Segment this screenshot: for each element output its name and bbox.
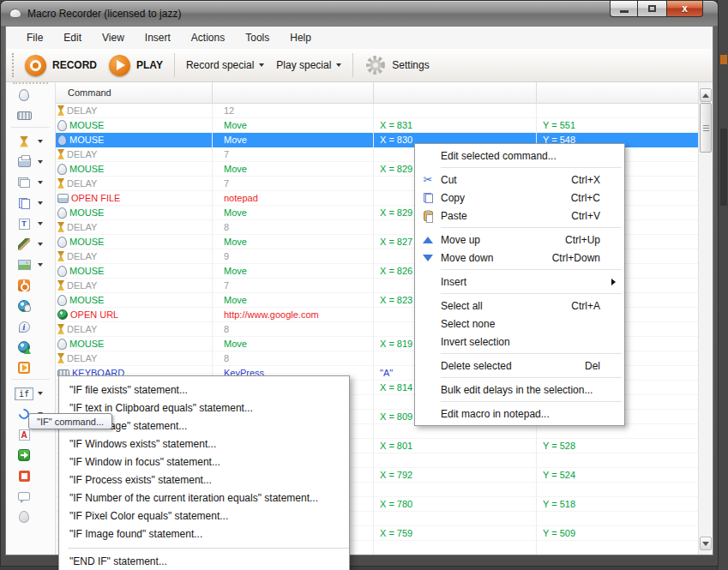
cell-command: DELAY [56,105,212,116]
cell-parameter: 9 [212,251,373,261]
sidebar-website-button[interactable] [6,337,55,357]
sidebar-shutdown-button[interactable] [6,275,55,296]
mouse-icon [57,339,67,350]
sidebar-pixel-color-button[interactable] [6,234,55,255]
context-menu-item-select-none[interactable]: Select none [415,315,624,333]
if-menu-item[interactable]: "IF Window in focus" statement... [59,453,349,471]
sidebar-copy-button[interactable] [6,193,55,213]
menu-tools[interactable]: Tools [235,28,280,47]
menu-item-shortcut: Ctrl+X [571,174,600,186]
titlebar[interactable]: Macro Recorder (licensed to jazz) x [0,0,719,26]
paste-icon [424,211,433,221]
cell-parameter: 8 [212,353,373,363]
minimize-button[interactable] [610,1,638,17]
menu-actions[interactable]: Actions [181,28,235,47]
window-controls: x [610,1,703,17]
context-menu-item-invert-selection[interactable]: Invert selection [415,333,624,351]
if-menu-item[interactable]: "IF Pixel Color equals" statement... [59,507,349,525]
menu-help[interactable]: Help [280,28,322,47]
menu-view[interactable]: View [92,28,135,47]
cell-parameter: 7 [212,178,373,189]
sidebar-window-button[interactable] [6,172,55,193]
menu-separator [441,269,622,270]
menu-insert[interactable]: Insert [135,28,181,47]
close-button[interactable]: x [666,1,703,17]
cell-command: DELAY [56,251,212,261]
scroll-up-button[interactable] [700,88,712,102]
settings-button[interactable]: Settings [358,51,435,79]
context-menu-item-cut[interactable]: ✂CutCtrl+X [415,171,624,189]
context-menu-item-edit-macro-in-notepad[interactable]: Edit macro in notepad... [415,405,624,423]
menu-file[interactable]: File [16,28,53,47]
if-menu-item[interactable]: "IF file exists" statement... [59,381,349,399]
mouse-icon [57,120,67,131]
sidebar-text-button[interactable] [6,213,55,234]
menu-edit[interactable]: Edit [53,28,92,47]
column-divider[interactable] [212,82,213,103]
record-special-button[interactable]: Record special [180,57,270,74]
goto-icon [18,449,30,461]
if-menu-item[interactable]: "IF Process exists" statement... [59,471,349,489]
menu-item-shortcut: Ctrl+A [571,300,600,312]
play-special-label: Play special [276,59,331,71]
sidebar-stop-button[interactable] [6,465,55,486]
play-special-button[interactable]: Play special [270,57,347,74]
scrollbar-thumb[interactable] [700,103,712,153]
context-menu-item-move-up[interactable]: Move upCtrl+Up [415,231,624,249]
toolbar-separator [174,53,175,77]
arrow-down-icon [702,542,709,546]
maximize-button[interactable] [638,1,666,17]
play-button[interactable]: PLAY [103,52,169,79]
delay-icon [20,136,28,147]
sidebar-run-program-button[interactable] [6,357,55,378]
if-menu-item[interactable]: "IF Image found" statement... [59,525,349,543]
sidebar-goto-button[interactable] [6,445,55,465]
context-menu-item-bulk-edit-delays-in-the-selection[interactable]: Bulk edit delays in the selection... [415,381,624,399]
cell-x-value: X = 792 [373,470,536,480]
sidebar-delay-button[interactable] [6,131,55,152]
keyboard-icon [17,111,32,120]
sidebar-smart-mouse-button[interactable] [6,507,55,527]
context-menu-item-delete-selected[interactable]: Delete selectedDel [415,357,624,375]
record-button[interactable]: RECORD [19,52,103,79]
table-header[interactable]: Command [56,82,698,104]
sidebar-info-button[interactable] [6,316,55,337]
sidebar-image-button[interactable] [6,255,55,275]
cell-parameter: 8 [212,222,373,232]
context-menu-item-edit-selected-command[interactable]: Edit selected command... [415,147,624,165]
menu-separator [441,401,622,402]
context-menu-item-insert[interactable]: Insert [415,273,624,291]
sidebar-if-button[interactable]: if [6,383,55,404]
sidebar-open-file-button[interactable] [6,152,55,172]
if-menu-item[interactable]: "IF Windows exists" statement... [59,435,349,453]
context-menu-item-copy[interactable]: CopyCtrl+C [415,189,624,207]
cell-parameter: Move [212,266,373,276]
sidebar-keyboard-button[interactable] [6,105,55,126]
column-divider[interactable] [373,82,374,103]
menu-separator [441,167,622,168]
table-row[interactable]: MOUSEMoveX = 831Y = 551 [56,118,698,133]
if-menu-item[interactable]: "END IF" statement... [59,553,349,570]
column-divider[interactable] [536,82,537,103]
vertical-scrollbar[interactable] [698,82,713,555]
stop-icon [19,471,30,482]
table-row[interactable]: DELAY12 [56,104,698,118]
sidebar-comment-button[interactable] [6,486,55,507]
context-menu-item-select-all[interactable]: Select allCtrl+A [415,297,624,315]
delay-icon [57,149,64,159]
sidebar-mouse-button[interactable] [6,85,55,105]
context-menu-item-move-down[interactable]: Move downCtrl+Down [415,249,624,267]
menu-item-shortcut: Ctrl+Up [565,234,600,246]
mouse-icon [57,266,67,277]
scissors-icon: ✂ [424,174,433,185]
scroll-down-button[interactable] [700,537,712,550]
sidebar-open-url-button[interactable] [6,296,55,316]
if-menu-item[interactable]: "IF Number of the current iteration equa… [59,489,349,507]
toolbar-grip[interactable] [12,53,15,77]
gear-icon [364,54,387,76]
cell-parameter: Move [212,164,373,174]
mouse-icon [19,89,29,101]
cell-parameter: Move [212,237,373,247]
cell-command: DELAY [56,222,212,232]
context-menu-item-paste[interactable]: PasteCtrl+V [415,207,624,225]
